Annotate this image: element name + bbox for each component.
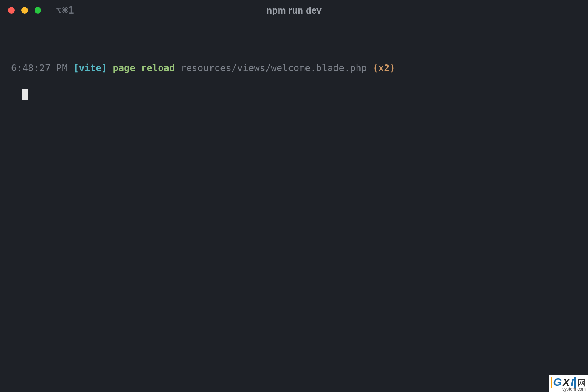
log-timestamp: 6:48:27 PM — [11, 62, 68, 73]
log-tag-close: ] — [102, 62, 107, 73]
close-button[interactable] — [8, 7, 15, 14]
watermark-cn: 网 — [578, 379, 586, 387]
window-titlebar: ⌥⌘1 npm run dev — [0, 0, 588, 21]
log-line: 6:48:27 PM [vite] page reload resources/… — [11, 62, 577, 75]
minimize-button[interactable] — [21, 7, 28, 14]
window-shortcut-label: ⌥⌘1 — [56, 5, 74, 16]
watermark-letter-x: X — [563, 377, 570, 388]
watermark-letter-g: G — [551, 377, 562, 388]
traffic-lights — [8, 7, 41, 14]
watermark-letter-i: I — [571, 377, 576, 388]
terminal-output[interactable]: 6:48:27 PM [vite] page reload resources/… — [0, 21, 588, 101]
terminal-cursor — [22, 89, 28, 100]
log-path: resources/views/welcome.blade.php — [181, 62, 367, 73]
log-tag-name: vite — [79, 62, 101, 73]
maximize-button[interactable] — [35, 7, 41, 14]
window-title: npm run dev — [266, 5, 322, 16]
watermark: G X I 网 system.com — [549, 375, 588, 392]
log-message: page reload — [113, 62, 175, 73]
log-tag-open: [ — [73, 62, 79, 73]
log-count: (x2) — [373, 62, 395, 73]
